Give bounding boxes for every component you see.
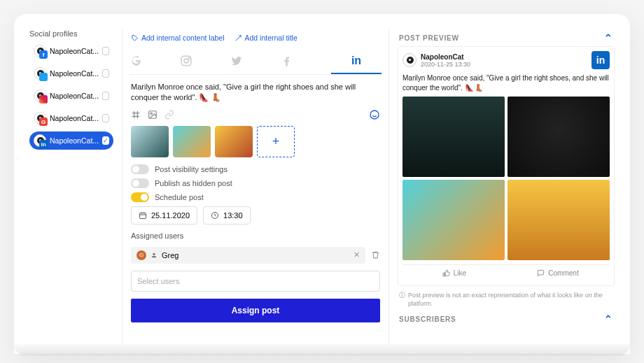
remove-user-icon[interactable]: ✕ (354, 250, 360, 259)
user-name: Greg (162, 251, 178, 259)
date-value: 25.11.2020 (151, 211, 190, 220)
like-label: Like (454, 269, 466, 277)
thumbnail-1[interactable] (131, 126, 169, 157)
profile-tw[interactable]: NapoleonCat... (29, 64, 113, 83)
avatar (34, 90, 46, 102)
time-value: 13:30 (223, 211, 243, 220)
svg-rect-6 (140, 213, 146, 218)
preview-image-4 (507, 180, 610, 260)
svg-point-8 (153, 252, 155, 255)
emoji-icon[interactable] (369, 109, 380, 120)
assigned-users-heading: Assigned users (131, 232, 380, 240)
user-chip[interactable]: G Greg ✕ (131, 247, 365, 264)
preview-image-2 (507, 97, 610, 177)
add-media-button[interactable]: + (257, 126, 295, 157)
preview-image-1 (402, 97, 505, 177)
chevron-up-icon: ⌃ (604, 313, 613, 325)
toggle-label: Schedule post (155, 193, 204, 201)
profile-ig[interactable]: NapoleonCat... (29, 87, 113, 105)
post-text[interactable]: Marilyn Monroe once said, "Give a girl t… (131, 82, 380, 104)
schedule-toggle[interactable] (131, 192, 149, 202)
crop-icon[interactable] (131, 110, 141, 120)
profile-name: NapoleonCat... (50, 69, 99, 78)
preview-header[interactable]: POST PREVIEW ⌃ (398, 29, 615, 46)
time-field[interactable]: 13:30 (203, 206, 251, 225)
thumbnail-3[interactable] (215, 126, 253, 157)
tab-instagram[interactable] (180, 49, 230, 74)
composer-body: Marilyn Monroe once said, "Give a girl t… (130, 75, 382, 329)
preview-actions: Like Comment (402, 264, 610, 281)
linkedin-icon: in (39, 140, 48, 148)
laptop-frame: Social profiles f NapoleonCat... Napoleo… (14, 14, 630, 354)
avatar: G (34, 112, 46, 124)
add-title-link[interactable]: Add internal title (234, 34, 298, 42)
checkbox-checked[interactable] (102, 136, 109, 145)
instagram-icon (39, 95, 48, 104)
preview-text: Marilyn Monroe once said, "Give a girl t… (402, 73, 610, 92)
profiles-heading: Social profiles (29, 29, 113, 38)
comment-button[interactable]: Comment (506, 265, 610, 281)
preview-account: NapoleonCat (421, 53, 470, 61)
schedule-toggle-row: Schedule post (131, 192, 380, 202)
visibility-toggle[interactable] (131, 164, 149, 174)
laptop-base (14, 344, 630, 354)
svg-point-1 (184, 59, 188, 63)
post-preview-card: NapoleonCat 2020-11-25 13:30 in Marilyn … (398, 46, 615, 286)
checkbox[interactable] (102, 114, 109, 122)
date-field[interactable]: 25.11.2020 (131, 206, 197, 225)
tab-google[interactable] (130, 49, 180, 74)
image-icon[interactable] (148, 110, 158, 120)
add-content-label-link[interactable]: Add internal content label (131, 34, 225, 42)
profile-name: NapoleonCat... (50, 114, 99, 122)
chevron-up-icon: ⌃ (604, 32, 613, 43)
profile-li[interactable]: in NapoleonCat... (29, 131, 113, 150)
link-icon[interactable] (164, 110, 174, 120)
profile-name: NapoleonCat... (50, 47, 99, 55)
toggle-label: Publish as hidden post (155, 179, 232, 187)
avatar: f (34, 45, 46, 57)
hidden-toggle-row: Publish as hidden post (131, 178, 380, 188)
preview-date: 2020-11-25 13:30 (421, 61, 470, 68)
info-icon: ⓘ (399, 292, 405, 308)
trash-icon[interactable] (371, 250, 380, 259)
preview-head: NapoleonCat 2020-11-25 13:30 in (402, 51, 610, 69)
tab-twitter[interactable] (230, 49, 281, 74)
google-icon: G (39, 118, 48, 126)
subscribers-header[interactable]: SUBSCRIBERS ⌃ (398, 311, 615, 327)
checkbox[interactable] (102, 47, 109, 55)
profile-gg[interactable]: G NapoleonCat... (29, 109, 113, 127)
checkbox[interactable] (102, 69, 109, 78)
composer-tools (131, 104, 380, 123)
avatar (34, 67, 46, 80)
hidden-toggle[interactable] (131, 178, 149, 188)
preview-info: NapoleonCat 2020-11-25 13:30 (421, 53, 470, 68)
thumbnail-2[interactable] (173, 126, 211, 157)
avatar: in (34, 134, 46, 147)
linkedin-badge-icon: in (592, 51, 610, 69)
disclaimer-text: Post preview is not an exact representat… (408, 292, 613, 308)
tab-facebook[interactable] (281, 49, 331, 74)
user-avatar-icon: G (136, 250, 146, 260)
app-screen: Social profiles f NapoleonCat... Napoleo… (29, 29, 615, 344)
facebook-icon: f (39, 50, 48, 59)
checkbox[interactable] (102, 92, 109, 100)
svg-point-2 (188, 57, 190, 59)
preview-images (402, 97, 610, 260)
schedule-fields: 25.11.2020 13:30 (131, 206, 380, 225)
composer-topbar: Add internal content label Add internal … (130, 29, 382, 46)
section-title: POST PREVIEW (399, 34, 459, 42)
left-panel: Social profiles f NapoleonCat... Napoleo… (29, 29, 113, 344)
link-text: Add internal content label (141, 34, 225, 42)
profile-fb[interactable]: f NapoleonCat... (29, 42, 113, 60)
twitter-icon (39, 73, 48, 81)
profile-name: NapoleonCat... (50, 92, 99, 100)
assign-post-button[interactable]: Assign post (131, 299, 380, 322)
select-users-input[interactable]: Select users (131, 271, 380, 292)
svg-point-4 (150, 113, 152, 114)
svg-point-5 (370, 111, 379, 119)
section-title: SUBSCRIBERS (399, 315, 456, 323)
preview-disclaimer: ⓘ Post preview is not an exact represent… (399, 292, 613, 308)
like-button[interactable]: Like (402, 265, 506, 281)
tab-linkedin[interactable]: in (331, 49, 382, 74)
link-text: Add internal title (245, 34, 298, 42)
